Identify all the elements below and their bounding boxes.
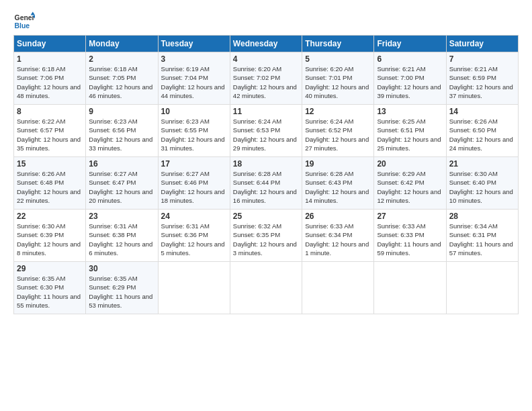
day-number: 16	[89, 159, 154, 169]
header: General Blue	[13, 11, 519, 32]
day-number: 3	[161, 54, 227, 64]
calendar-cell: 19Sunrise: 6:28 AMSunset: 6:43 PMDayligh…	[302, 157, 374, 210]
day-info: Sunrise: 6:23 AMSunset: 6:56 PMDaylight:…	[89, 117, 154, 152]
calendar-header-row: SundayMondayTuesdayWednesdayThursdayFrid…	[14, 36, 519, 52]
day-header-monday: Monday	[86, 36, 158, 52]
day-info: Sunrise: 6:22 AMSunset: 6:57 PMDaylight:…	[17, 117, 83, 152]
calendar-cell: 10Sunrise: 6:23 AMSunset: 6:55 PMDayligh…	[158, 105, 230, 157]
day-info: Sunrise: 6:27 AMSunset: 6:46 PMDaylight:…	[161, 169, 227, 205]
day-number: 22	[17, 212, 83, 221]
calendar-cell: 23Sunrise: 6:31 AMSunset: 6:38 PMDayligh…	[86, 210, 158, 262]
logo: General Blue	[13, 11, 35, 32]
day-number: 2	[89, 54, 154, 64]
day-number: 4	[233, 54, 299, 64]
calendar-cell: 9Sunrise: 6:23 AMSunset: 6:56 PMDaylight…	[86, 105, 158, 157]
day-info: Sunrise: 6:25 AMSunset: 6:51 PMDaylight:…	[377, 117, 443, 152]
day-number: 7	[449, 54, 515, 64]
day-info: Sunrise: 6:21 AMSunset: 7:00 PMDaylight:…	[377, 64, 443, 100]
day-info: Sunrise: 6:31 AMSunset: 6:36 PMDaylight:…	[161, 222, 227, 257]
day-info: Sunrise: 6:26 AMSunset: 6:48 PMDaylight:…	[17, 169, 83, 205]
day-header-saturday: Saturday	[446, 36, 518, 52]
calendar-cell: 17Sunrise: 6:27 AMSunset: 6:46 PMDayligh…	[158, 157, 230, 210]
day-info: Sunrise: 6:34 AMSunset: 6:31 PMDaylight:…	[449, 222, 515, 257]
logo-icon: General Blue	[13, 11, 35, 32]
calendar-cell: 1Sunrise: 6:18 AMSunset: 7:06 PMDaylight…	[14, 52, 86, 105]
day-info: Sunrise: 6:32 AMSunset: 6:35 PMDaylight:…	[233, 222, 299, 257]
calendar-week-1: 1Sunrise: 6:18 AMSunset: 7:06 PMDaylight…	[14, 52, 519, 105]
calendar-cell: 7Sunrise: 6:21 AMSunset: 6:59 PMDaylight…	[446, 52, 518, 105]
day-number: 13	[377, 107, 443, 116]
day-number: 21	[449, 159, 515, 169]
calendar-cell: 3Sunrise: 6:19 AMSunset: 7:04 PMDaylight…	[158, 52, 230, 105]
calendar-cell: 14Sunrise: 6:26 AMSunset: 6:50 PMDayligh…	[446, 105, 518, 157]
calendar-table: SundayMondayTuesdayWednesdayThursdayFrid…	[13, 35, 519, 314]
day-number: 5	[305, 54, 371, 64]
calendar-cell: 8Sunrise: 6:22 AMSunset: 6:57 PMDaylight…	[14, 105, 86, 157]
day-info: Sunrise: 6:24 AMSunset: 6:53 PMDaylight:…	[233, 117, 299, 152]
page-container: General Blue SundayMondayTuesdayWednesda…	[0, 0, 532, 321]
day-number: 28	[449, 212, 515, 221]
calendar-cell	[446, 262, 518, 314]
day-number: 24	[161, 212, 227, 221]
day-info: Sunrise: 6:20 AMSunset: 7:02 PMDaylight:…	[233, 64, 299, 100]
day-info: Sunrise: 6:26 AMSunset: 6:50 PMDaylight:…	[449, 117, 515, 152]
calendar-cell: 26Sunrise: 6:33 AMSunset: 6:34 PMDayligh…	[302, 210, 374, 262]
day-info: Sunrise: 6:23 AMSunset: 6:55 PMDaylight:…	[161, 117, 227, 152]
calendar-cell: 5Sunrise: 6:20 AMSunset: 7:01 PMDaylight…	[302, 52, 374, 105]
calendar-cell: 15Sunrise: 6:26 AMSunset: 6:48 PMDayligh…	[14, 157, 86, 210]
day-header-friday: Friday	[374, 36, 446, 52]
svg-marker-2	[31, 12, 35, 15]
calendar-cell: 4Sunrise: 6:20 AMSunset: 7:02 PMDaylight…	[230, 52, 302, 105]
calendar-cell	[302, 262, 374, 314]
calendar-cell: 13Sunrise: 6:25 AMSunset: 6:51 PMDayligh…	[374, 105, 446, 157]
day-info: Sunrise: 6:28 AMSunset: 6:44 PMDaylight:…	[233, 169, 299, 205]
day-info: Sunrise: 6:30 AMSunset: 6:39 PMDaylight:…	[17, 222, 83, 257]
day-number: 30	[89, 264, 154, 273]
day-number: 1	[17, 54, 83, 64]
day-header-wednesday: Wednesday	[230, 36, 302, 52]
day-info: Sunrise: 6:35 AMSunset: 6:29 PMDaylight:…	[89, 274, 154, 310]
calendar-cell: 16Sunrise: 6:27 AMSunset: 6:47 PMDayligh…	[86, 157, 158, 210]
calendar-cell: 12Sunrise: 6:24 AMSunset: 6:52 PMDayligh…	[302, 105, 374, 157]
day-number: 26	[305, 212, 371, 221]
day-info: Sunrise: 6:27 AMSunset: 6:47 PMDaylight:…	[89, 169, 154, 205]
calendar-cell	[374, 262, 446, 314]
calendar-cell: 6Sunrise: 6:21 AMSunset: 7:00 PMDaylight…	[374, 52, 446, 105]
calendar-cell	[158, 262, 230, 314]
day-info: Sunrise: 6:21 AMSunset: 6:59 PMDaylight:…	[449, 64, 515, 100]
day-info: Sunrise: 6:31 AMSunset: 6:38 PMDaylight:…	[89, 222, 154, 257]
day-header-thursday: Thursday	[302, 36, 374, 52]
day-number: 18	[233, 159, 299, 169]
calendar-cell: 18Sunrise: 6:28 AMSunset: 6:44 PMDayligh…	[230, 157, 302, 210]
day-info: Sunrise: 6:20 AMSunset: 7:01 PMDaylight:…	[305, 64, 371, 100]
calendar-week-5: 29Sunrise: 6:35 AMSunset: 6:30 PMDayligh…	[14, 262, 519, 314]
svg-text:Blue: Blue	[15, 22, 30, 30]
day-number: 9	[89, 107, 154, 116]
day-number: 25	[233, 212, 299, 221]
day-info: Sunrise: 6:19 AMSunset: 7:04 PMDaylight:…	[161, 64, 227, 100]
day-info: Sunrise: 6:18 AMSunset: 7:06 PMDaylight:…	[17, 64, 83, 100]
calendar-cell: 21Sunrise: 6:30 AMSunset: 6:40 PMDayligh…	[446, 157, 518, 210]
calendar-week-4: 22Sunrise: 6:30 AMSunset: 6:39 PMDayligh…	[14, 210, 519, 262]
calendar-body: 1Sunrise: 6:18 AMSunset: 7:06 PMDaylight…	[14, 52, 519, 314]
calendar-cell: 11Sunrise: 6:24 AMSunset: 6:53 PMDayligh…	[230, 105, 302, 157]
day-number: 11	[233, 107, 299, 116]
day-number: 10	[161, 107, 227, 116]
day-number: 12	[305, 107, 371, 116]
day-info: Sunrise: 6:24 AMSunset: 6:52 PMDaylight:…	[305, 117, 371, 152]
calendar-cell: 30Sunrise: 6:35 AMSunset: 6:29 PMDayligh…	[86, 262, 158, 314]
calendar-cell: 2Sunrise: 6:18 AMSunset: 7:05 PMDaylight…	[86, 52, 158, 105]
day-number: 14	[449, 107, 515, 116]
day-info: Sunrise: 6:33 AMSunset: 6:34 PMDaylight:…	[305, 222, 371, 257]
day-number: 8	[17, 107, 83, 116]
day-number: 6	[377, 54, 443, 64]
calendar-cell: 24Sunrise: 6:31 AMSunset: 6:36 PMDayligh…	[158, 210, 230, 262]
calendar-week-2: 8Sunrise: 6:22 AMSunset: 6:57 PMDaylight…	[14, 105, 519, 157]
day-info: Sunrise: 6:33 AMSunset: 6:33 PMDaylight:…	[377, 222, 443, 257]
day-number: 15	[17, 159, 83, 169]
day-info: Sunrise: 6:29 AMSunset: 6:42 PMDaylight:…	[377, 169, 443, 205]
day-info: Sunrise: 6:28 AMSunset: 6:43 PMDaylight:…	[305, 169, 371, 205]
day-info: Sunrise: 6:30 AMSunset: 6:40 PMDaylight:…	[449, 169, 515, 205]
calendar-week-3: 15Sunrise: 6:26 AMSunset: 6:48 PMDayligh…	[14, 157, 519, 210]
day-info: Sunrise: 6:18 AMSunset: 7:05 PMDaylight:…	[89, 64, 154, 100]
